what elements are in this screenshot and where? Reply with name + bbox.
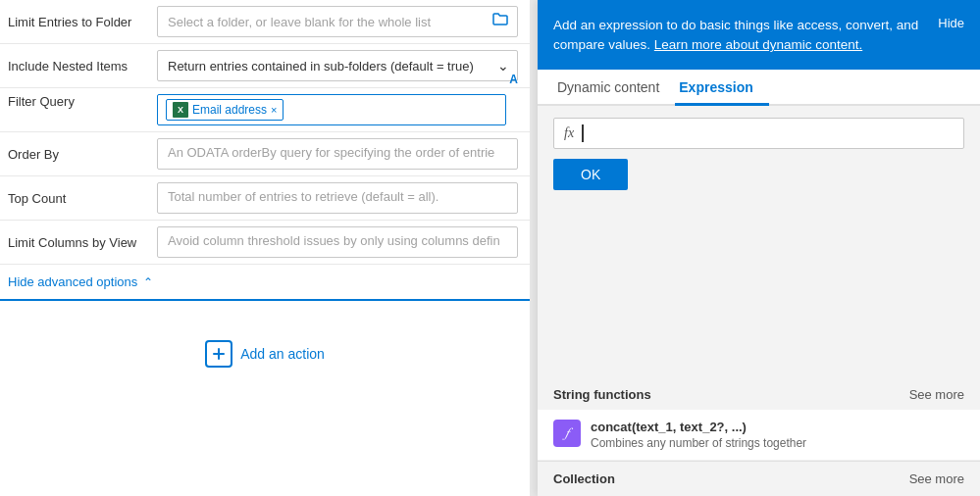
expression-header: Add an expression to do basic things lik…	[538, 0, 980, 70]
function-name: concat(text_1, text_2?, ...)	[591, 420, 806, 434]
filter-query-row: Filter Query X Email address × A	[0, 88, 530, 132]
function-desc: Combines any number of strings together	[591, 436, 806, 450]
panel-tabs: Dynamic content Expression	[538, 70, 980, 106]
collection-section: Collection See more	[538, 461, 980, 496]
chevron-up-icon: ⌃	[143, 275, 153, 289]
limit-entries-input[interactable]: Select a folder, or leave blank for the …	[157, 6, 518, 37]
limit-entries-row: Limit Entries to Folder Select a folder,…	[0, 0, 530, 44]
add-action-button[interactable]: Add an action	[205, 340, 325, 368]
nested-items-input[interactable]: Return entries contained in sub-folders …	[157, 50, 518, 81]
email-tag-label: Email address	[192, 103, 267, 117]
remove-tag-button[interactable]: ×	[271, 104, 277, 116]
limit-columns-label: Limit Columns by View	[0, 235, 157, 250]
top-count-label: Top Count	[0, 191, 157, 206]
top-count-row: Top Count Total number of entries to ret…	[0, 176, 530, 221]
header-description: Add an expression to do basic things lik…	[553, 16, 926, 56]
limit-entries-label: Limit Entries to Folder	[0, 15, 157, 29]
expression-cursor	[582, 124, 584, 142]
chevron-down-icon: ⌄	[497, 58, 509, 74]
excel-icon: X	[173, 102, 188, 118]
limit-entries-placeholder: Select a folder, or leave blank for the …	[168, 15, 431, 29]
filter-query-label: Filter Query	[0, 94, 157, 109]
panel-divider	[530, 0, 538, 496]
nested-items-value: Return entries contained in sub-folders …	[168, 59, 474, 74]
collection-label: Collection	[553, 471, 615, 486]
limit-columns-input[interactable]: Avoid column threshold issues by only us…	[157, 226, 518, 258]
add-action-area: Add an action	[0, 301, 530, 407]
ok-button[interactable]: OK	[553, 159, 628, 190]
concat-function-item[interactable]: 𝑓 concat(text_1, text_2?, ...) Combines …	[538, 410, 980, 461]
svg-rect-1	[218, 348, 220, 360]
add-dynamic-content-link[interactable]: A	[509, 73, 518, 86]
order-by-row: Order By An ODATA orderBy query for spec…	[0, 132, 530, 176]
nested-items-label: Include Nested Items	[0, 59, 157, 74]
expression-input-wrapper[interactable]: fx	[553, 118, 964, 149]
filter-query-input[interactable]: X Email address ×	[157, 94, 506, 125]
fx-label: fx	[564, 125, 574, 141]
add-action-label: Add an action	[240, 346, 325, 362]
limit-columns-row: Limit Columns by View Avoid column thres…	[0, 221, 530, 265]
learn-more-link[interactable]: Learn more about dynamic content.	[654, 37, 862, 52]
hide-advanced-btn[interactable]: Hide advanced options ⌃	[0, 265, 530, 301]
collection-see-more[interactable]: See more	[909, 471, 964, 486]
function-fx-icon: 𝑓	[553, 420, 581, 447]
string-functions-see-more[interactable]: See more	[909, 387, 964, 402]
order-by-label: Order By	[0, 147, 157, 162]
folder-icon	[491, 11, 509, 32]
top-count-input[interactable]: Total number of entries to retrieve (def…	[157, 182, 518, 214]
main-form-panel: Limit Entries to Folder Select a folder,…	[0, 0, 530, 496]
string-functions-header: String functions See more	[538, 379, 980, 410]
string-functions-label: String functions	[553, 387, 651, 402]
function-details: concat(text_1, text_2?, ...) Combines an…	[591, 420, 806, 450]
tab-dynamic-content[interactable]: Dynamic content	[553, 70, 675, 106]
hide-panel-button[interactable]: Hide	[938, 16, 964, 30]
email-tag: X Email address ×	[166, 99, 284, 121]
expression-panel: Add an expression to do basic things lik…	[538, 0, 980, 496]
nested-items-row: Include Nested Items Return entries cont…	[0, 44, 530, 88]
tab-expression[interactable]: Expression	[675, 70, 768, 106]
expression-area: fx OK	[538, 106, 980, 380]
hide-advanced-label: Hide advanced options	[8, 274, 137, 289]
add-action-icon	[205, 340, 232, 368]
order-by-input[interactable]: An ODATA orderBy query for specifying th…	[157, 138, 518, 170]
